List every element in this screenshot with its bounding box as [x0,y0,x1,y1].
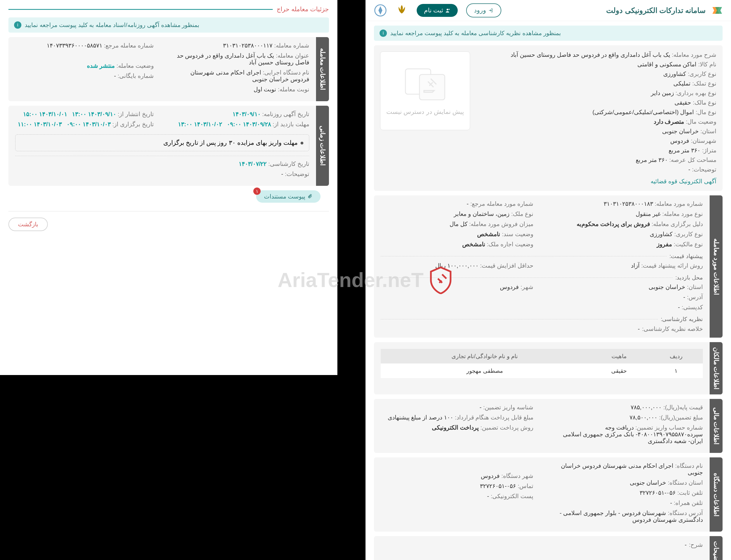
back-button-left[interactable]: بازگشت [8,218,48,231]
deposit-note: مهلت واریز بهای مزایده ۳۰ روز پس از تاری… [15,134,309,151]
signup-button[interactable]: ثبت نام [417,4,458,17]
financial-tab: اطلاعات مالی [710,399,723,453]
organization-card: اطلاعات دستگاه نام دستگاه: اجرای احکام م… [374,457,723,532]
summary-block: شرح مورد معامله: یک باب آغل دامداری واقع… [374,45,723,191]
app-header: سامانه تدارکات الکترونیکی دولت ورود ثبت … [365,0,731,21]
financial-card: اطلاعات مالی قیمت پایه(ریال): ۷۸۵,۰۰۰,۰۰… [374,399,723,453]
time-tab: اطلاعات زمانی [316,106,329,186]
org-emblem-icon [374,4,387,17]
notes-tab: توضیحات [710,536,723,560]
info-icon: i [14,21,21,29]
notes-card: توضیحات شرح: - [374,536,723,560]
info-banner-left: بمنظور مشاهده آگهی روزنامه/اسناد معامله … [8,17,329,33]
iran-emblem-icon [395,4,408,17]
owners-table: ردیف ماهیت نام و نام خانوادگی/نام تجاری … [381,349,703,378]
judiciary-link[interactable]: آگهی الکترونیک قوه قضائیه [477,178,716,185]
attachments-badge: ۱ [253,188,261,195]
deal-simple-tab: اطلاعات معامله [316,37,329,101]
app-title: سامانه تدارکات الکترونیکی دولت [606,6,706,15]
owners-card: اطلاعات مالکان ردیف ماهیت نام و نام خانو… [374,342,723,394]
gavel-icon [403,66,448,103]
page-title: جزئیات معامله حراج [277,6,329,13]
paperclip-icon [308,194,313,199]
app-logo-icon [711,5,723,16]
title-underline [8,9,273,10]
time-card: اطلاعات زمانی تاریخ آگهی روزنامه: ۱۴۰۳/۰… [8,106,329,186]
user-plus-icon [445,8,450,13]
deal-info-card: اطلاعات مورد معامله شماره مورد معامله: ۳… [374,195,723,338]
organization-tab: اطلاعات دستگاه [710,457,723,532]
svg-point-0 [447,9,448,10]
login-icon [488,8,493,13]
svg-rect-3 [419,74,445,100]
preview-thumbnail: پیش نمایش در دسترس نیست [380,51,470,130]
info-banner: بمنظور مشاهده نظریه کارشناسی معامله به ک… [374,26,723,41]
deal-info-tab: اطلاعات مورد معامله [710,195,723,338]
table-row: ۱ حقیقی مصطفی مهجور [381,363,703,378]
owners-tab: اطلاعات مالکان [710,342,723,394]
login-button[interactable]: ورود [466,3,501,17]
info-icon: i [380,30,387,37]
attachments-button-left[interactable]: پیوست مستندات ۱ [256,190,321,203]
deal-simple-card: اطلاعات معامله شماره معامله: ۳۱۰۳۱۰۲۵۳۸۰… [8,37,329,101]
